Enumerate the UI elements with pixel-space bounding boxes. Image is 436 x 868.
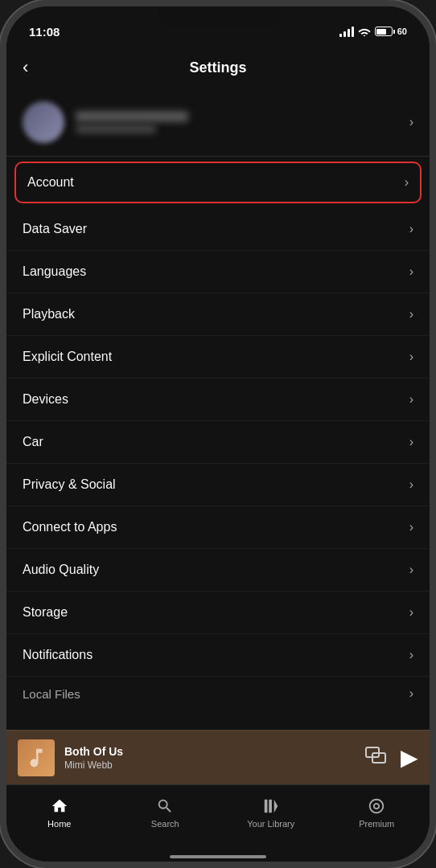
signal-icon xyxy=(339,27,354,37)
bottom-nav: Home Search Your Library xyxy=(6,784,430,857)
home-bar xyxy=(170,855,266,858)
menu-item-label-explicit-content: Explicit Content xyxy=(23,350,409,364)
menu-item-playback[interactable]: Playback› xyxy=(6,293,430,336)
now-playing-info: Both Of Us Mimi Webb xyxy=(64,745,365,771)
battery-icon: 60 xyxy=(375,27,407,36)
menu-item-label-data-saver: Data Saver xyxy=(23,222,409,236)
svg-point-0 xyxy=(363,35,365,36)
menu-item-data-saver[interactable]: Data Saver› xyxy=(6,208,430,251)
now-playing-bar[interactable]: Both Of Us Mimi Webb ▶ xyxy=(6,730,430,784)
profile-email xyxy=(76,125,156,133)
menu-item-chevron-connect-to-apps: › xyxy=(409,520,413,534)
home-indicator xyxy=(6,857,430,862)
notch xyxy=(158,6,278,29)
premium-icon xyxy=(367,796,386,816)
menu-item-chevron-playback: › xyxy=(409,307,413,321)
page-title: Settings xyxy=(189,59,246,76)
menu-item-chevron-explicit-content: › xyxy=(409,350,413,364)
nav-item-home[interactable]: Home xyxy=(6,793,113,832)
menu-item-chevron-privacy-social: › xyxy=(409,477,413,492)
menu-item-notifications[interactable]: Notifications› xyxy=(6,634,430,677)
menu-item-label-account: Account xyxy=(27,175,405,190)
nav-item-search[interactable]: Search xyxy=(113,793,219,832)
status-time: 11:08 xyxy=(29,25,60,39)
menu-item-label-notifications: Notifications xyxy=(23,648,409,662)
profile-info xyxy=(76,111,409,133)
now-playing-controls: ▶ xyxy=(365,744,418,771)
menu-item-chevron-data-saver: › xyxy=(409,222,413,236)
phone-screen: 11:08 60 ‹ xyxy=(6,6,430,862)
menu-item-label-languages: Languages xyxy=(23,264,409,279)
svg-rect-4 xyxy=(269,800,272,813)
track-title: Both Of Us xyxy=(64,745,365,758)
svg-rect-3 xyxy=(265,800,268,813)
settings-menu-list: Account›Data Saver›Languages›Playback›Ex… xyxy=(6,162,430,677)
menu-item-chevron-audio-quality: › xyxy=(409,563,413,577)
menu-item-explicit-content[interactable]: Explicit Content› xyxy=(6,336,430,379)
nav-label-your-library: Your Library xyxy=(247,819,294,829)
battery-pct-label: 60 xyxy=(397,27,407,36)
menu-item-chevron-account: › xyxy=(405,175,409,190)
avatar xyxy=(23,101,64,143)
menu-item-label-storage: Storage xyxy=(23,605,409,620)
menu-item-languages[interactable]: Languages› xyxy=(6,251,430,293)
menu-item-audio-quality[interactable]: Audio Quality› xyxy=(6,549,430,592)
device-connect-icon[interactable] xyxy=(365,747,386,769)
nav-label-home: Home xyxy=(47,819,71,829)
menu-item-account[interactable]: Account› xyxy=(14,162,422,203)
settings-content[interactable]: › Account›Data Saver›Languages›Playback›… xyxy=(6,88,430,730)
menu-item-connect-to-apps[interactable]: Connect to Apps› xyxy=(6,506,430,549)
profile-row[interactable]: › xyxy=(6,88,430,157)
menu-item-label-playback: Playback xyxy=(23,307,409,321)
menu-item-devices[interactable]: Devices› xyxy=(6,379,430,421)
nav-item-your-library[interactable]: Your Library xyxy=(218,793,324,832)
track-artist: Mimi Webb xyxy=(64,760,365,771)
menu-item-chevron-storage: › xyxy=(409,605,413,620)
search-icon xyxy=(155,796,175,816)
menu-item-label-connect-to-apps: Connect to Apps xyxy=(23,520,409,534)
wifi-icon xyxy=(358,27,371,36)
menu-item-privacy-social[interactable]: Privacy & Social› xyxy=(6,464,430,506)
profile-chevron-icon: › xyxy=(409,115,413,129)
home-icon xyxy=(50,796,69,816)
menu-item-chevron-languages: › xyxy=(409,264,413,279)
menu-item-storage[interactable]: Storage› xyxy=(6,592,430,634)
menu-item-label-audio-quality: Audio Quality xyxy=(23,563,409,577)
local-files-label: Local Files xyxy=(23,687,80,701)
nav-label-premium: Premium xyxy=(359,819,394,829)
nav-label-search: Search xyxy=(151,819,179,829)
menu-item-chevron-devices: › xyxy=(409,392,413,407)
menu-item-label-devices: Devices xyxy=(23,392,409,407)
local-files-chevron-icon: › xyxy=(409,686,413,701)
status-icons: 60 xyxy=(339,27,407,37)
library-icon xyxy=(261,796,281,816)
menu-item-label-privacy-social: Privacy & Social xyxy=(23,477,409,492)
phone-frame: 11:08 60 ‹ xyxy=(0,0,436,868)
settings-header: ‹ Settings xyxy=(6,47,430,88)
play-button[interactable]: ▶ xyxy=(401,744,418,771)
menu-item-label-car: Car xyxy=(23,435,409,449)
menu-item-chevron-car: › xyxy=(409,435,413,449)
menu-item-car[interactable]: Car› xyxy=(6,421,430,464)
back-button[interactable]: ‹ xyxy=(16,51,35,84)
album-art xyxy=(18,739,55,776)
menu-item-chevron-notifications: › xyxy=(409,648,413,662)
local-files-row[interactable]: Local Files › xyxy=(6,677,430,710)
profile-name xyxy=(76,111,188,122)
nav-item-premium[interactable]: Premium xyxy=(324,793,430,832)
